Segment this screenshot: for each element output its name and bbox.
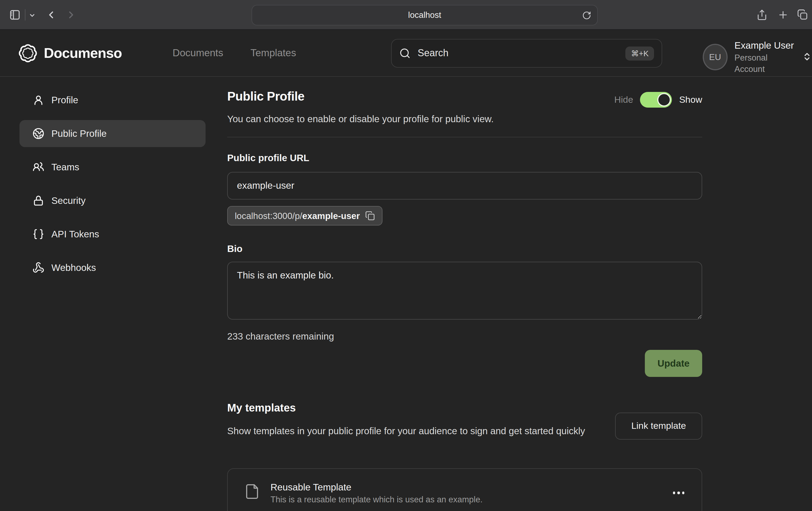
sidebar-item-public-profile[interactable]: Public Profile [20,120,206,147]
file-icon [244,483,260,503]
browser-toolbar: localhost [0,0,812,30]
profile-link-chip[interactable]: localhost:3000/p/example-user [227,206,382,226]
bio-label: Bio [227,243,242,255]
sidebar-item-security[interactable]: Security [20,187,206,214]
forward-icon[interactable] [65,9,77,21]
tab-overview-icon[interactable] [797,9,808,21]
nav-templates[interactable]: Templates [251,47,296,59]
address-url: localhost [408,10,441,20]
page-title: Public Profile [227,89,304,104]
chevrons-up-down-icon [803,52,812,62]
template-row: Reusable Template This is a reusable tem… [227,468,702,511]
brand[interactable]: Documenso [18,43,122,63]
bio-characters-remaining: 233 characters remaining [227,331,334,342]
user-icon [32,94,45,106]
profile-visibility-toggle-row: Hide Show [614,92,702,108]
toolbar-divider [25,9,25,21]
share-icon[interactable] [756,9,767,21]
profile-link-slug: example-user [302,211,360,221]
braces-icon [32,228,45,240]
section-divider [227,137,702,137]
profile-url-label: Public profile URL [227,152,309,164]
page-description: You can choose to enable or disable your… [227,114,494,125]
new-tab-icon[interactable] [777,9,789,21]
template-name: Reusable Template [270,480,672,493]
visibility-toggle[interactable] [640,92,672,108]
sidebar-toggle-icon[interactable] [9,9,21,21]
toggle-show-label: Show [679,94,702,105]
search-icon [399,48,411,59]
app-header: Documenso Documents Templates Search ⌘+K… [0,30,812,77]
account-type: Personal Account [734,52,795,74]
search-shortcut-badge: ⌘+K [626,46,654,60]
search-input[interactable]: Search ⌘+K [391,39,662,68]
bio-textarea[interactable]: This is an example bio. [227,262,702,320]
copy-icon[interactable] [365,211,375,221]
link-template-button[interactable]: Link template [615,413,702,440]
users-icon [32,161,45,173]
nav-documents[interactable]: Documents [173,47,223,59]
reload-icon[interactable] [582,11,591,20]
profile-url-input[interactable] [227,172,702,200]
documenso-logo-icon [18,43,38,63]
avatar: EU [703,44,727,70]
sidebar-item-profile[interactable]: Profile [20,87,206,114]
back-icon[interactable] [46,9,57,21]
settings-sidebar: Profile Public Profile Teams Security AP… [20,87,206,288]
sidebar-item-webhooks[interactable]: Webhooks [20,254,206,281]
address-bar[interactable]: localhost [252,5,598,25]
template-description: This is a reusable template which is use… [270,493,672,505]
my-templates-description: Show templates in your public profile fo… [227,424,606,439]
sidebar-item-teams[interactable]: Teams [20,154,206,181]
toggle-hide-label: Hide [614,94,633,105]
my-templates-title: My templates [227,402,296,414]
update-button[interactable]: Update [645,350,702,377]
template-actions-menu[interactable] [672,488,686,498]
globe-icon [32,128,45,140]
brand-name: Documenso [44,45,122,62]
webhook-icon [32,262,45,274]
lock-icon [32,195,45,207]
app-window: localhost Documenso Documents Te [0,0,812,511]
profile-link-prefix: localhost:3000/p/ [235,211,302,221]
sidebar-item-api-tokens[interactable]: API Tokens [20,221,206,248]
chevron-down-icon[interactable] [29,12,36,19]
account-menu[interactable]: EU Example User Personal Account [703,39,812,74]
search-placeholder: Search [417,48,626,59]
toggle-knob [658,93,671,107]
account-name: Example User [734,39,795,52]
